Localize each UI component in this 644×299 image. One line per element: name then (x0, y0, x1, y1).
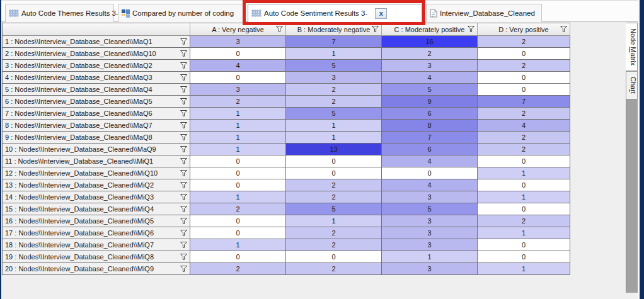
matrix-cell-r1-cc[interactable]: 16 (382, 36, 478, 48)
matrix-corner-cell[interactable] (3, 23, 190, 36)
row-filter-icon[interactable] (180, 122, 187, 128)
matrix-cell-r10-cb[interactable]: 13 (286, 144, 382, 155)
row-header-13[interactable]: 13 : Nodes\\Interview_Database_Cleaned\\… (3, 179, 190, 191)
row-header-2[interactable]: 2 : Nodes\\Interview_Database_Cleaned\\M… (3, 48, 190, 60)
matrix-cell-r15-ca[interactable]: 2 (190, 203, 286, 215)
matrix-cell-r1-cd[interactable]: 2 (478, 36, 570, 48)
matrix-cell-r20-cd[interactable]: 1 (478, 263, 570, 275)
matrix-cell-r7-cd[interactable]: 2 (478, 108, 570, 120)
matrix-cell-r14-cb[interactable]: 2 (286, 191, 382, 203)
row-filter-icon[interactable] (180, 254, 187, 260)
row-header-16[interactable]: 16 : Nodes\\Interview_Database_Cleaned\\… (3, 215, 190, 227)
matrix-cell-r14-cc[interactable]: 3 (382, 191, 478, 203)
matrix-cell-r4-cd[interactable]: 0 (478, 72, 570, 84)
row-filter-icon[interactable] (180, 146, 187, 152)
matrix-cell-r2-cd[interactable]: 0 (478, 48, 570, 60)
matrix-cell-r11-cb[interactable]: 0 (286, 155, 382, 167)
matrix-cell-r8-cb[interactable]: 1 (286, 120, 382, 132)
matrix-cell-r12-cc[interactable]: 0 (382, 167, 478, 179)
matrix-cell-r15-cb[interactable]: 5 (286, 203, 382, 215)
matrix-cell-r7-cc[interactable]: 6 (382, 108, 478, 120)
row-filter-icon[interactable] (180, 218, 187, 224)
column-header-c[interactable]: C : Moderately positive (382, 23, 478, 36)
matrix-cell-r1-ca[interactable]: 3 (190, 36, 286, 48)
matrix-cell-r16-cd[interactable]: 2 (478, 215, 570, 227)
matrix-cell-r7-cb[interactable]: 5 (286, 108, 382, 120)
row-header-6[interactable]: 6 : Nodes\\Interview_Database_Cleaned\\M… (3, 96, 190, 108)
row-filter-icon[interactable] (180, 182, 187, 188)
row-header-4[interactable]: 4 : Nodes\\Interview_Database_Cleaned\\M… (3, 72, 190, 84)
matrix-cell-r17-ca[interactable]: 0 (190, 227, 286, 239)
matrix-cell-r6-cc[interactable]: 9 (382, 96, 478, 108)
row-header-18[interactable]: 18 : Nodes\\Interview_Database_Cleaned\\… (3, 239, 190, 251)
matrix-cell-r20-cc[interactable]: 3 (382, 263, 478, 275)
matrix-cell-r18-cb[interactable]: 2 (286, 239, 382, 251)
matrix-cell-r4-cb[interactable]: 3 (286, 72, 382, 84)
matrix-cell-r3-cd[interactable]: 2 (478, 60, 570, 72)
matrix-cell-r19-ca[interactable]: 0 (190, 251, 286, 263)
matrix-cell-r1-cb[interactable]: 7 (286, 36, 382, 48)
row-header-5[interactable]: 5 : Nodes\\Interview_Database_Cleaned\\M… (3, 84, 190, 96)
row-header-11[interactable]: 11 : Nodes\\Interview_Database_Cleaned\\… (3, 155, 190, 167)
document-tab-0[interactable]: Auto Code Themes Results 3-1 (5, 4, 114, 22)
matrix-cell-r9-cb[interactable]: 1 (286, 132, 382, 144)
row-filter-icon[interactable] (180, 86, 187, 93)
matrix-cell-r6-cd[interactable]: 7 (478, 96, 570, 108)
row-filter-icon[interactable] (180, 266, 187, 272)
row-filter-icon[interactable] (180, 134, 187, 140)
matrix-cell-r11-cc[interactable]: 4 (382, 155, 478, 167)
matrix-cell-r2-cb[interactable]: 1 (286, 48, 382, 60)
matrix-cell-r9-cc[interactable]: 7 (382, 132, 478, 144)
matrix-cell-r15-cd[interactable]: 0 (478, 203, 570, 215)
row-filter-icon[interactable] (180, 74, 187, 81)
column-header-a[interactable]: A : Very negative (190, 23, 286, 36)
column-filter-icon[interactable] (276, 26, 283, 32)
matrix-cell-r4-ca[interactable]: 0 (190, 72, 286, 84)
side-tab-chart[interactable]: Chart (626, 71, 638, 99)
document-tab-1[interactable]: Compared by number of coding (118, 4, 244, 22)
column-filter-icon[interactable] (468, 26, 474, 32)
row-filter-icon[interactable] (180, 110, 187, 116)
matrix-cell-r10-ca[interactable]: 1 (190, 144, 286, 155)
matrix-cell-r18-cd[interactable]: 0 (478, 239, 570, 251)
row-filter-icon[interactable] (180, 206, 187, 212)
matrix-cell-r18-cc[interactable]: 3 (382, 239, 478, 251)
row-header-20[interactable]: 20 : Nodes\\Interview_Database_Cleaned\\… (3, 263, 190, 275)
row-header-1[interactable]: 1 : Nodes\\Interview_Database_Cleaned\\M… (3, 36, 190, 48)
matrix-cell-r17-cc[interactable]: 3 (382, 227, 478, 239)
matrix-cell-r18-ca[interactable]: 1 (190, 239, 286, 251)
matrix-cell-r11-ca[interactable]: 0 (190, 155, 286, 167)
matrix-cell-r9-ca[interactable]: 1 (190, 132, 286, 144)
matrix-cell-r11-cd[interactable]: 0 (478, 155, 570, 167)
matrix-cell-r14-ca[interactable]: 1 (190, 191, 286, 203)
matrix-cell-r13-cb[interactable]: 2 (286, 179, 382, 191)
close-icon[interactable]: x (375, 8, 387, 19)
matrix-cell-r3-ca[interactable]: 4 (190, 60, 286, 72)
matrix-cell-r12-cd[interactable]: 1 (478, 167, 570, 179)
matrix-cell-r8-cd[interactable]: 4 (478, 120, 570, 132)
column-header-b[interactable]: B : Moderately negative (286, 23, 382, 36)
matrix-cell-r2-cc[interactable]: 2 (382, 48, 478, 60)
matrix-cell-r3-cb[interactable]: 5 (286, 60, 382, 72)
matrix-cell-r14-cd[interactable]: 1 (478, 191, 570, 203)
row-filter-icon[interactable] (180, 50, 187, 57)
matrix-cell-r4-cc[interactable]: 4 (382, 72, 478, 84)
matrix-cell-r10-cd[interactable]: 2 (478, 144, 570, 155)
matrix-cell-r16-cb[interactable]: 1 (286, 215, 382, 227)
matrix-cell-r6-cb[interactable]: 2 (286, 96, 382, 108)
row-header-8[interactable]: 8 : Nodes\\Interview_Database_Cleaned\\M… (3, 120, 190, 132)
matrix-cell-r13-cd[interactable]: 0 (478, 179, 570, 191)
row-filter-icon[interactable] (180, 62, 187, 69)
row-filter-icon[interactable] (180, 170, 187, 176)
side-tab-node-matrix[interactable]: Node Matrix (626, 23, 638, 71)
matrix-cell-r12-cb[interactable]: 0 (286, 167, 382, 179)
matrix-cell-r19-cb[interactable]: 0 (286, 251, 382, 263)
matrix-cell-r5-cc[interactable]: 5 (382, 84, 478, 96)
row-header-10[interactable]: 10 : Nodes\\Interview_Database_Cleaned\\… (3, 144, 190, 155)
matrix-cell-r19-cc[interactable]: 1 (382, 251, 478, 263)
document-tab-3[interactable]: Interview_Database_Cleaned (426, 4, 542, 22)
matrix-cell-r10-cc[interactable]: 6 (382, 144, 478, 155)
matrix-cell-r12-ca[interactable]: 0 (190, 167, 286, 179)
matrix-cell-r19-cd[interactable]: 0 (478, 251, 570, 263)
document-tab-2[interactable]: Auto Code Sentiment Results 3-x (248, 4, 422, 22)
